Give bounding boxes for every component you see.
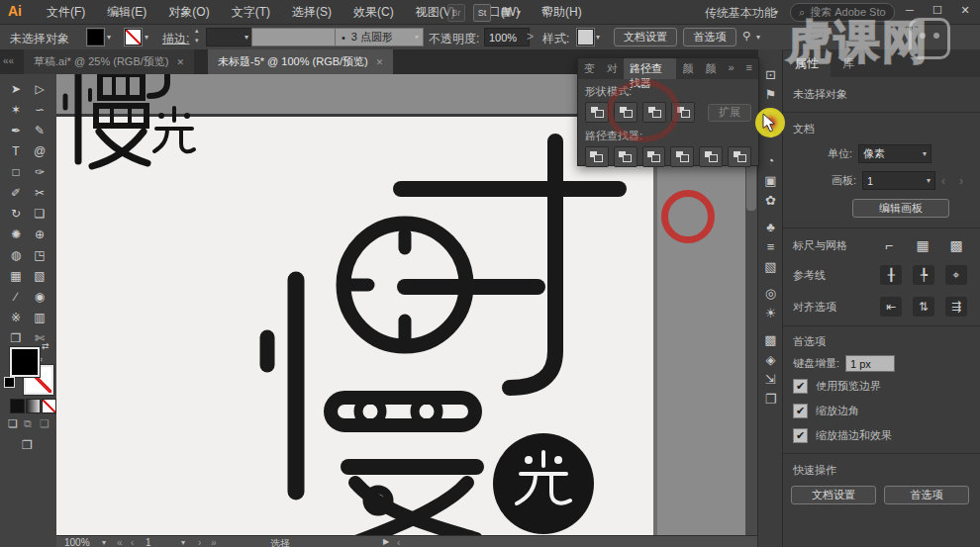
checkbox[interactable]: ✔ [793,428,808,443]
links-panel-icon[interactable]: ▣ [758,173,783,187]
symbol-sprayer-tool-icon[interactable]: ※ [4,307,28,327]
merge-icon[interactable] [642,146,666,167]
snap-grid-icon[interactable]: ⇤ [880,297,902,317]
draw-normal-icon[interactable]: ❏ [8,417,18,430]
artboard-nav-value[interactable]: 1 [146,537,151,547]
qa-document-setup-button[interactable]: 文档设置 [791,486,876,504]
tab-properties[interactable]: 属性 [783,50,831,77]
tab-transform[interactable]: 变 [578,58,601,79]
select-similar-icon[interactable]: ⚲ [742,30,750,43]
show-guides-icon[interactable]: ╂ [880,265,902,285]
document-tab-active[interactable]: 未标题-5* @ 100% (RGB/预览) ✕ [208,49,393,74]
eyedropper-tool-icon[interactable]: ∕ [4,286,28,307]
artboard-dropdown[interactable]: 1 ▾ [862,171,935,190]
swap-fill-stroke-icon[interactable]: ⇄ [42,341,49,351]
reference-glyph-shi-hook[interactable] [149,74,167,96]
gradient-tool-icon[interactable]: ▧ [28,265,51,286]
opacity-label[interactable]: 不透明度: [429,31,479,47]
document-tab-inactive[interactable]: 草稿.ai* @ 25% (RGB/预览) ✕ [24,49,194,74]
opacity-field[interactable]: 100% [484,28,530,46]
pen-tool-icon[interactable]: ✒ [4,120,28,140]
reference-glyph-man[interactable] [65,74,147,166]
puppet-warp-tool-icon[interactable]: ⊕ [28,224,51,244]
gradient-mode-button[interactable] [26,399,41,413]
scissors-tool-icon[interactable]: ✂ [28,182,51,203]
tab-align[interactable]: 对 [601,58,624,79]
opacity-expand[interactable]: > [527,30,534,44]
rectangle-tool-icon[interactable]: □ [4,161,28,182]
menu-item[interactable]: 文件(F) [36,0,96,24]
artboard-next-arrow[interactable]: › [959,174,971,188]
stroke-stepper-up[interactable]: ▴ [195,27,199,34]
crop-icon[interactable] [670,146,694,167]
status-collapse-icon[interactable]: ‹ [397,537,400,547]
draw-inside-icon[interactable]: ❏ [40,417,49,430]
app-logo[interactable]: Ai [8,3,22,19]
tab-libraries[interactable]: 库 [831,50,866,77]
blob-brush-tool-icon[interactable]: ✺ [4,224,28,244]
blend-tool-icon[interactable]: ◉ [28,286,51,307]
artwork-shi-clock[interactable] [343,141,619,388]
curvature-tool-icon[interactable]: ✎ [28,120,51,140]
keyboard-increment-field[interactable]: 1 px [845,355,895,372]
minimize-button[interactable]: ─ [903,4,917,16]
divide-icon[interactable] [585,146,609,167]
tab-pathfinder[interactable]: 路径查找器 [624,58,676,79]
workspace-switcher[interactable]: 传统基本功能 [705,5,776,22]
brush-dropdown[interactable]: • 3 点圆形 [335,28,424,46]
rotate-tool-icon[interactable]: ↻ [4,203,28,224]
stock-search-input[interactable]: ⌕ 搜索 Adobe Stock [790,3,895,22]
transparency-panel-icon[interactable]: ◎ [758,286,783,300]
lock-guides-icon[interactable]: ╄ [913,265,934,285]
grid-icon[interactable]: ▦ [912,237,933,253]
menu-item[interactable]: 效果(C) [343,0,405,24]
document-setup-button[interactable]: 文档设置 [614,28,677,46]
artwork-guang-badge[interactable] [493,433,594,534]
artboard-prev-arrow[interactable]: ‹ [941,174,953,188]
brushes-panel-icon[interactable]: ✿ [758,193,783,207]
artboard-last-icon[interactable]: » [211,537,217,547]
minus-back-icon[interactable] [728,146,751,167]
menu-item[interactable]: 对象(O) [157,0,220,24]
bridge-button[interactable]: Br [447,4,465,22]
unit-dropdown[interactable]: 像素 ▾ [858,144,931,163]
stroke-weight-dropdown[interactable]: ▾ [206,28,253,46]
smart-guides-icon[interactable]: ⌖ [945,265,967,285]
stroke-stepper-down[interactable]: ▾ [195,37,199,44]
stroke-weight-label[interactable]: 描边: [162,31,189,47]
style-swatch[interactable] [577,29,594,46]
reference-glyph-guang[interactable] [154,108,194,151]
gradient-panel-icon[interactable]: ▧ [758,259,783,273]
lasso-tool-icon[interactable]: ∽ [28,99,51,120]
brush-caret[interactable]: ▾ [415,33,419,42]
stock-button[interactable]: St [473,4,491,22]
maximize-button[interactable]: ☐ [931,4,944,17]
outline-icon[interactable] [699,146,723,167]
shaper-tool-icon[interactable]: ✐ [4,182,28,203]
stroke-panel-icon[interactable]: ≡ [758,239,783,253]
paintbrush-tool-icon[interactable]: ✑ [28,161,51,182]
tab-color-guide[interactable]: 颜 [699,58,722,79]
artwork-man[interactable] [267,280,476,535]
transform-panel-icon[interactable]: ⊡ [758,67,783,81]
checkbox[interactable]: ✔ [793,404,808,418]
artboards2-panel-icon[interactable]: ❐ [758,392,783,406]
stroke-caret[interactable]: ▾ [145,33,148,42]
none-mode-button[interactable] [42,399,56,413]
stroke-swatch[interactable] [125,29,142,46]
artboard-tool-icon[interactable]: ❐ [4,327,28,348]
screen-mode-icon[interactable]: ❐ [22,438,33,452]
free-transform-tool-icon[interactable]: ◳ [28,244,51,265]
color-mode-button[interactable] [10,399,25,413]
close-button[interactable]: ✕ [958,4,972,17]
tab-color[interactable]: 颜 [676,58,699,79]
tab-scroll-icon[interactable]: «« [3,55,14,66]
artboard-next-icon[interactable]: › [198,537,201,547]
selection-tool-icon[interactable]: ➤ [4,78,28,99]
artboard-prev-icon[interactable]: ‹ [131,537,134,547]
spiral-tool-icon[interactable]: @ [28,140,51,161]
select-similar-caret[interactable]: ▾ [756,33,760,42]
direct-selection-tool-icon[interactable]: ▷ [28,78,51,99]
shape-builder-tool-icon[interactable]: ◍ [4,244,28,265]
tab-overflow-icon[interactable]: » [722,58,739,79]
